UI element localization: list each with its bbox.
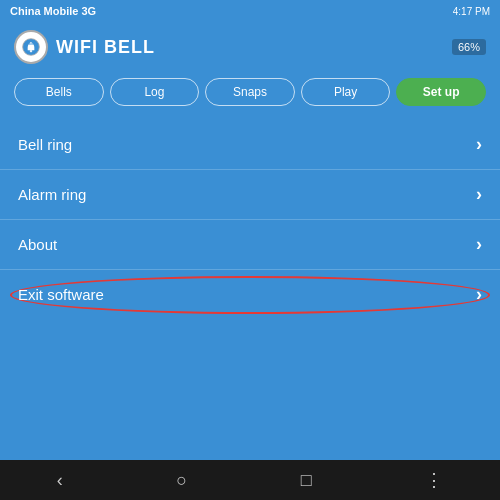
time-label: 4:17 PM: [453, 6, 490, 17]
app-logo-area: wifi WIFI BELL: [14, 30, 155, 64]
tab-log[interactable]: Log: [110, 78, 200, 106]
about-label: About: [18, 236, 57, 253]
tab-bar: Bells Log Snaps Play Set up: [0, 72, 500, 116]
app-logo: wifi: [14, 30, 48, 64]
status-bar: China Mobile 3G 4:17 PM: [0, 0, 500, 22]
tab-snaps[interactable]: Snaps: [205, 78, 295, 106]
menu-item-bell-ring[interactable]: Bell ring ›: [0, 120, 500, 170]
alarm-ring-arrow-icon: ›: [476, 184, 482, 205]
tab-setup[interactable]: Set up: [396, 78, 486, 106]
svg-point-2: [30, 51, 32, 53]
app-header: wifi WIFI BELL 66%: [0, 22, 500, 72]
tab-play[interactable]: Play: [301, 78, 391, 106]
menu-item-about[interactable]: About ›: [0, 220, 500, 270]
home-button[interactable]: ○: [156, 464, 207, 497]
menu-item-exit-software[interactable]: Exit software ›: [0, 270, 500, 319]
about-arrow-icon: ›: [476, 234, 482, 255]
main-content: Bell ring › Alarm ring › About › Exit so…: [0, 116, 500, 460]
battery-badge: 66%: [452, 39, 486, 55]
tab-bells[interactable]: Bells: [14, 78, 104, 106]
exit-software-label: Exit software: [18, 286, 104, 303]
svg-text:wifi: wifi: [27, 42, 34, 46]
more-button[interactable]: ⋮: [405, 463, 463, 497]
menu-item-alarm-ring[interactable]: Alarm ring ›: [0, 170, 500, 220]
app-title: WIFI BELL: [56, 37, 155, 58]
exit-arrow-icon: ›: [476, 284, 482, 305]
back-button[interactable]: ‹: [37, 464, 83, 497]
recent-button[interactable]: □: [281, 464, 332, 497]
bell-ring-label: Bell ring: [18, 136, 72, 153]
carrier-label: China Mobile 3G: [10, 5, 96, 17]
bell-ring-arrow-icon: ›: [476, 134, 482, 155]
nav-bar: ‹ ○ □ ⋮: [0, 460, 500, 500]
wifi-bell-logo-icon: wifi: [21, 37, 41, 57]
alarm-ring-label: Alarm ring: [18, 186, 86, 203]
